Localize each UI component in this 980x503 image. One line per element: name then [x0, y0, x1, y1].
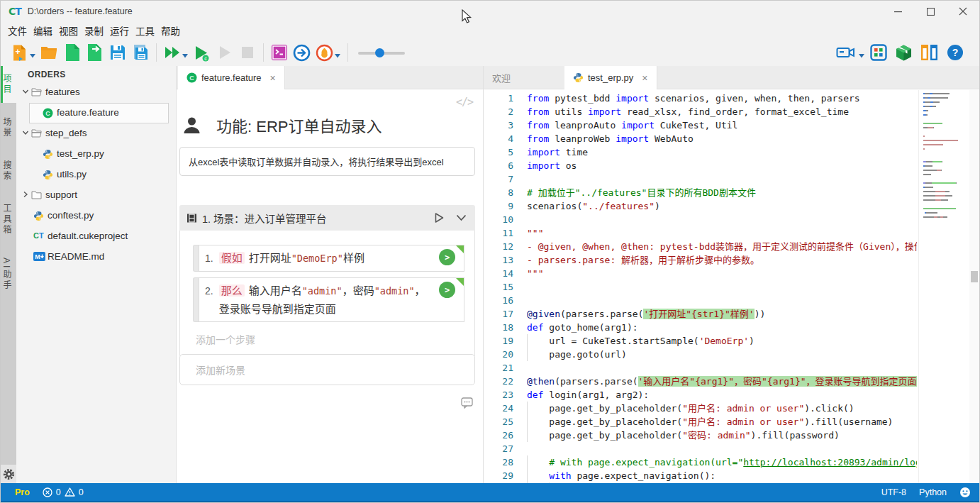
step-card[interactable]: 1.假如打开网址"DemoErp"样例>: [199, 245, 464, 272]
tab-close-icon[interactable]: ×: [270, 72, 276, 84]
tree-item-test-erp-py[interactable]: test_erp.py: [16, 144, 176, 165]
folder-closed-icon: [31, 190, 42, 199]
open-folder-icon[interactable]: [40, 43, 59, 62]
feedback-smiley-icon[interactable]: [959, 487, 971, 498]
slider-knob[interactable]: [375, 48, 384, 57]
tab-feature-feature[interactable]: C feature.feature ×: [178, 66, 285, 89]
run-all-icon[interactable]: [162, 43, 182, 62]
stop-icon[interactable]: [238, 43, 257, 62]
zoom-slider[interactable]: [358, 43, 405, 62]
line-number: 3: [484, 118, 513, 132]
sidebar-tab-2[interactable]: 场景: [1, 109, 16, 146]
apps-icon[interactable]: [869, 43, 888, 62]
line-number: 29: [484, 469, 513, 482]
window-title: D:\orders -- feature.feature: [28, 6, 133, 16]
menu-3[interactable]: 录制: [84, 23, 104, 38]
menu-4[interactable]: 运行: [110, 23, 129, 38]
sidebar-tab-1[interactable]: 项目: [1, 66, 16, 103]
pro-badge[interactable]: Pro: [15, 487, 30, 497]
code-area[interactable]: 1from pytest_bdd import scenarios, given…: [484, 90, 917, 483]
line-number: 6: [484, 159, 513, 172]
save-icon[interactable]: [108, 43, 127, 62]
continue-icon[interactable]: [215, 43, 234, 62]
svg-text:M: M: [35, 253, 40, 260]
add-step-placeholder[interactable]: 添加一个步骤: [193, 328, 464, 353]
tree-chevron-icon[interactable]: [22, 129, 29, 136]
editor-tab-test-erp[interactable]: test_erp.py×: [564, 66, 657, 89]
editor-tab-welcome[interactable]: 欢迎: [484, 66, 564, 89]
comment-icon[interactable]: [461, 397, 473, 409]
code-line-25: 25 page.get_by_placeholder("用户名: admin o…: [484, 415, 917, 429]
run-all-caret-icon[interactable]: [182, 54, 188, 58]
minimap[interactable]: [918, 90, 969, 483]
step-drag-handle[interactable]: [193, 277, 199, 322]
step-drag-handle[interactable]: [193, 245, 199, 272]
open-file-icon[interactable]: [85, 43, 104, 62]
new-test-caret-icon[interactable]: [30, 54, 35, 58]
markdown-icon: M: [33, 252, 45, 261]
editor-scrollbar[interactable]: [969, 90, 979, 483]
minimize-button[interactable]: [881, 1, 914, 22]
tree-item-README-md[interactable]: MREADME.md: [16, 247, 176, 267]
tree-item-conftest-py[interactable]: conftest.py: [16, 206, 176, 226]
highlighted-string: '输入用户名"{arg1}"，密码"{arg1}"，登录账号导航到指定页面': [638, 376, 917, 387]
feature-title: 功能: ERP订单自动录入: [216, 114, 382, 136]
menu-0[interactable]: 文件: [8, 23, 27, 38]
menu-1[interactable]: 编辑: [33, 23, 52, 38]
problems-indicator[interactable]: 0 0: [43, 487, 84, 497]
tree-item-features[interactable]: features: [16, 82, 176, 103]
package-icon[interactable]: [894, 43, 913, 62]
help-icon[interactable]: ?: [945, 43, 964, 62]
recorder-icon[interactable]: [836, 43, 855, 62]
collapse-scenario-icon[interactable]: [456, 214, 467, 221]
language-indicator[interactable]: Python: [919, 487, 947, 497]
tree-item-utils-py[interactable]: utils.py: [16, 165, 176, 185]
tab-label: feature.feature: [201, 72, 262, 83]
code-view-toggle[interactable]: </>: [456, 96, 473, 109]
tree-item-default-cukeproject[interactable]: CTdefault.cukeproject: [16, 226, 176, 247]
record-caret-icon[interactable]: [335, 54, 340, 58]
step-status-corner: [456, 278, 464, 286]
code-line-17: 17@given(parsers.parse('打开网址"{str1}"样例')…: [484, 307, 917, 321]
save-all-icon[interactable]: [130, 43, 150, 62]
terminal-icon[interactable]: [269, 43, 289, 62]
recorder-caret-icon[interactable]: [859, 54, 864, 58]
run-step-button[interactable]: >: [439, 282, 455, 298]
close-button[interactable]: [947, 1, 979, 22]
tab-close-icon[interactable]: ×: [642, 72, 647, 84]
step-card[interactable]: 2.那么输入用户名"admin"，密码"admin"，登录账号导航到指定页面>: [199, 277, 464, 322]
menu-5[interactable]: 工具: [135, 23, 155, 38]
folder-open-icon: [31, 128, 42, 138]
record-icon[interactable]: [315, 43, 334, 62]
tree-chevron-icon[interactable]: [22, 88, 29, 95]
line-number: 19: [484, 334, 513, 348]
run-icon[interactable]: c: [192, 43, 211, 62]
add-scenario-box[interactable]: 添加新场景: [179, 354, 475, 385]
tree-item-support[interactable]: support: [16, 185, 176, 206]
scrollbar-thumb[interactable]: [971, 271, 978, 282]
scenario-header[interactable]: 1. 场景：进入订单管理平台: [179, 205, 475, 231]
line-number: 21: [484, 361, 513, 375]
feature-panel: C feature.feature × </> 功能: ERP订单自动录入 从e…: [177, 66, 484, 483]
tree-chevron-icon[interactable]: [22, 191, 29, 198]
toolbar: +c?: [1, 39, 979, 66]
menu-2[interactable]: 视图: [59, 23, 78, 38]
navigate-icon[interactable]: [292, 43, 311, 62]
encoding-indicator[interactable]: UTF-8: [881, 487, 906, 497]
feature-description[interactable]: 从excel表中读取订单数据并自动录入，将执行结果导出到excel: [179, 147, 475, 176]
layout-icon[interactable]: [920, 43, 939, 62]
tree-item-feature-feature[interactable]: Cfeature.feature: [16, 103, 176, 123]
menu-6[interactable]: 帮助: [161, 23, 180, 38]
line-number: 14: [484, 267, 513, 280]
new-file-icon[interactable]: [62, 43, 82, 62]
run-step-button[interactable]: >: [439, 249, 455, 265]
tree-item-step-defs[interactable]: step_defs: [16, 123, 176, 144]
new-test-icon[interactable]: +: [10, 43, 29, 62]
sidebar-tab-4[interactable]: 工具箱: [1, 196, 16, 243]
run-scenario-button[interactable]: [434, 212, 445, 223]
sidebar-tab-5[interactable]: AI助手: [1, 250, 16, 299]
sidebar-tab-3[interactable]: 搜索: [1, 153, 16, 189]
line-number: 7: [484, 172, 513, 186]
settings-gear-icon[interactable]: [1, 465, 16, 483]
maximize-button[interactable]: [914, 1, 947, 22]
